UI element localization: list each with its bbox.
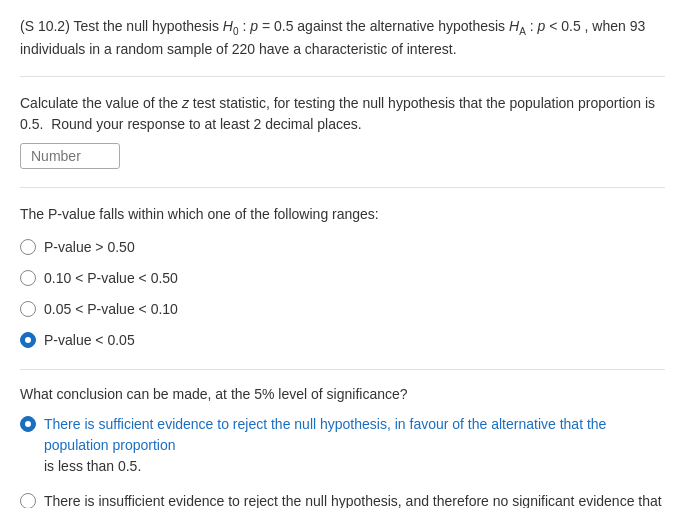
conclusion-text-2: There is insufficient evidence to reject… [44, 491, 665, 508]
divider-3 [20, 369, 665, 370]
conclusion-option-1[interactable]: There is sufficient evidence to reject t… [20, 414, 665, 477]
calculate-section: Calculate the value of the z test statis… [20, 93, 665, 169]
pvalue-label-2: 0.10 < P-value < 0.50 [44, 268, 178, 289]
conclusion-radio-2[interactable] [20, 493, 36, 508]
conclusion-option-2[interactable]: There is insufficient evidence to reject… [20, 491, 665, 508]
pvalue-option-4[interactable]: P-value < 0.05 [20, 330, 665, 351]
conclusion-normal-text-1: is less than 0.5. [44, 458, 141, 474]
header-text: (S 10.2) Test the null hypothesis H0 : p… [20, 18, 645, 57]
divider-2 [20, 187, 665, 188]
divider-1 [20, 76, 665, 77]
question-header: (S 10.2) Test the null hypothesis H0 : p… [20, 16, 665, 60]
z-statistic-input[interactable] [20, 143, 120, 169]
pvalue-option-3[interactable]: 0.05 < P-value < 0.10 [20, 299, 665, 320]
pvalue-radio-2[interactable] [20, 270, 36, 286]
pvalue-label-4: P-value < 0.05 [44, 330, 135, 351]
calculate-text: Calculate the value of the z test statis… [20, 95, 655, 132]
pvalue-radio-3[interactable] [20, 301, 36, 317]
pvalue-radio-1[interactable] [20, 239, 36, 255]
conclusion-section: What conclusion can be made, at the 5% l… [20, 386, 665, 508]
pvalue-option-1[interactable]: P-value > 0.50 [20, 237, 665, 258]
pvalue-radio-group: P-value > 0.50 0.10 < P-value < 0.50 0.0… [20, 237, 665, 351]
pvalue-label-3: 0.05 < P-value < 0.10 [44, 299, 178, 320]
conclusion-radio-1[interactable] [20, 416, 36, 432]
pvalue-section: The P-value falls within which one of th… [20, 204, 665, 351]
pvalue-option-2[interactable]: 0.10 < P-value < 0.50 [20, 268, 665, 289]
pvalue-radio-4[interactable] [20, 332, 36, 348]
conclusion-normal-text-2: There is insufficient evidence to reject… [44, 493, 662, 508]
conclusion-section-label: What conclusion can be made, at the 5% l… [20, 386, 665, 402]
pvalue-section-label: The P-value falls within which one of th… [20, 204, 665, 225]
pvalue-label-1: P-value > 0.50 [44, 237, 135, 258]
conclusion-blue-text-1: There is sufficient evidence to reject t… [44, 416, 606, 453]
conclusion-radio-group: There is sufficient evidence to reject t… [20, 414, 665, 508]
conclusion-text-1: There is sufficient evidence to reject t… [44, 414, 665, 477]
